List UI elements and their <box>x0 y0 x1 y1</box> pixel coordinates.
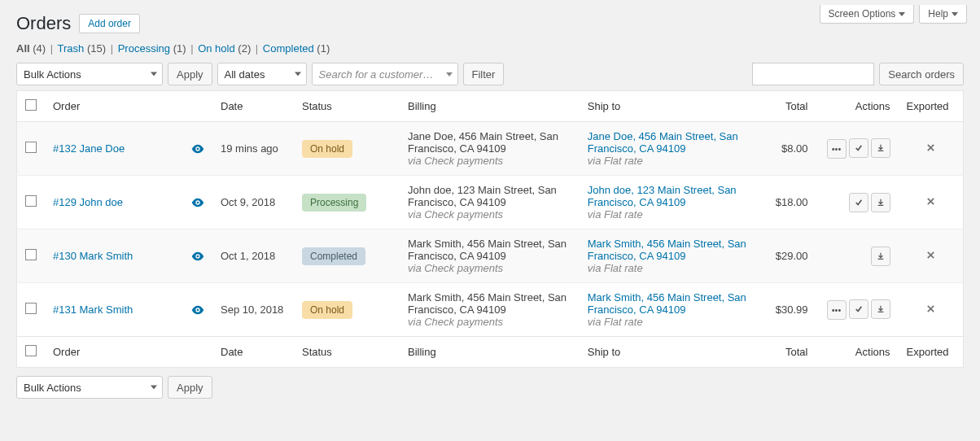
order-total: $30.99 <box>759 283 816 337</box>
row-checkbox[interactable] <box>25 303 37 314</box>
filter-all-label[interactable]: All <box>16 42 30 55</box>
col-shipto-foot: Ship to <box>580 337 759 368</box>
status-badge: Processing <box>302 194 366 212</box>
col-exported-foot: Exported <box>899 337 964 368</box>
order-link[interactable]: #130 Mark Smith <box>53 250 133 262</box>
col-order[interactable]: Order <box>45 91 212 122</box>
download-button[interactable] <box>871 138 890 158</box>
bulk-actions-label-bottom: Bulk Actions <box>24 382 81 394</box>
svg-point-1 <box>197 201 199 203</box>
not-exported-icon <box>926 303 935 316</box>
help-label: Help <box>928 8 948 20</box>
date-filter-label: All dates <box>225 68 265 81</box>
bulk-actions-label: Bulk Actions <box>24 68 81 81</box>
not-exported-icon <box>926 142 935 155</box>
col-order-foot[interactable]: Order <box>45 337 212 368</box>
shipto-cell: Mark Smith, 456 Main Street, San Francis… <box>580 283 759 337</box>
order-link[interactable]: #129 John doe <box>53 196 123 208</box>
shipto-link[interactable]: Jane Doe, 456 Main Street, San Francisco… <box>588 130 738 155</box>
order-date: Oct 1, 2018 <box>212 229 294 283</box>
more-actions-button[interactable]: ••• <box>827 300 847 320</box>
shipto-link[interactable]: Mark Smith, 456 Main Street, San Francis… <box>588 291 746 316</box>
bulk-actions-select[interactable]: Bulk Actions <box>16 63 163 85</box>
eye-icon[interactable] <box>191 144 204 154</box>
col-total-foot[interactable]: Total <box>759 337 816 368</box>
not-exported-icon <box>926 250 935 262</box>
shipto-cell: Mark Smith, 456 Main Street, San Francis… <box>580 229 759 283</box>
status-badge: Completed <box>302 247 365 265</box>
eye-icon[interactable] <box>191 305 204 315</box>
eye-icon[interactable] <box>191 251 204 261</box>
col-status-foot: Status <box>294 337 400 368</box>
caret-down-icon <box>952 12 958 16</box>
status-badge: On hold <box>302 140 352 158</box>
order-link[interactable]: #131 Mark Smith <box>53 303 133 316</box>
screen-options-button[interactable]: Screen Options <box>820 5 915 24</box>
apply-button-bottom[interactable]: Apply <box>168 376 212 399</box>
billing-cell: Mark Smith, 456 Main Street, San Francis… <box>400 283 580 337</box>
filter-onhold[interactable]: On hold <box>198 42 235 55</box>
caret-down-icon <box>446 72 453 76</box>
search-orders-button[interactable]: Search orders <box>879 63 964 85</box>
orders-search-input[interactable] <box>752 63 874 85</box>
download-button[interactable] <box>871 193 890 212</box>
customer-search-select[interactable]: Search for a customer… <box>312 63 458 85</box>
col-status: Status <box>294 91 400 122</box>
filter-completed[interactable]: Completed <box>263 42 314 55</box>
shipto-link[interactable]: Mark Smith, 456 Main Street, San Francis… <box>588 238 746 262</box>
col-billing-foot: Billing <box>400 337 580 368</box>
col-actions-foot: Actions <box>816 337 899 368</box>
col-exported: Exported <box>899 91 964 122</box>
caret-down-icon <box>151 386 157 390</box>
col-total[interactable]: Total <box>759 91 816 122</box>
date-filter-select[interactable]: All dates <box>217 63 307 85</box>
more-actions-button[interactable]: ••• <box>827 139 847 159</box>
complete-order-button[interactable] <box>849 138 868 158</box>
shipto-link[interactable]: John doe, 123 Main Street, San Francisco… <box>588 184 737 208</box>
col-actions: Actions <box>816 91 899 122</box>
not-exported-icon <box>926 196 935 208</box>
filter-all-count: (4) <box>33 42 46 55</box>
eye-icon[interactable] <box>191 198 204 207</box>
order-total: $18.00 <box>759 176 816 229</box>
orders-table: Order Date Status Billing Ship to Total … <box>16 90 964 368</box>
col-date-foot[interactable]: Date <box>212 337 294 368</box>
help-button[interactable]: Help <box>919 5 967 24</box>
filter-button[interactable]: Filter <box>463 63 505 85</box>
row-checkbox[interactable] <box>25 142 37 153</box>
add-order-button[interactable]: Add order <box>79 14 140 33</box>
bulk-actions-select-bottom[interactable]: Bulk Actions <box>16 376 163 399</box>
billing-cell: John doe, 123 Main Street, San Francisco… <box>400 176 580 229</box>
table-row: #132 Jane Doe19 mins agoOn holdJane Doe,… <box>17 122 964 176</box>
order-link[interactable]: #132 Jane Doe <box>53 142 125 155</box>
billing-cell: Jane Doe, 456 Main Street, San Francisco… <box>400 122 580 176</box>
apply-button-top[interactable]: Apply <box>168 63 212 85</box>
status-filters: All (4) | Trash (15) | Processing (1) | … <box>16 42 964 55</box>
order-date: Sep 10, 2018 <box>212 283 294 337</box>
select-all-checkbox-foot[interactable] <box>25 345 37 356</box>
col-date[interactable]: Date <box>212 91 294 122</box>
billing-cell: Mark Smith, 456 Main Street, San Francis… <box>400 229 580 283</box>
row-checkbox[interactable] <box>25 195 37 207</box>
filter-processing[interactable]: Processing <box>118 42 170 55</box>
shipto-cell: Jane Doe, 456 Main Street, San Francisco… <box>580 122 759 176</box>
select-all-checkbox[interactable] <box>25 99 37 111</box>
shipto-cell: John doe, 123 Main Street, San Francisco… <box>580 176 759 229</box>
customer-search-placeholder: Search for a customer… <box>319 68 434 81</box>
complete-order-button[interactable] <box>849 299 868 319</box>
complete-order-button[interactable] <box>849 193 868 212</box>
order-date: 19 mins ago <box>212 122 294 176</box>
status-badge: On hold <box>302 301 352 319</box>
screen-options-label: Screen Options <box>829 8 896 20</box>
caret-down-icon <box>295 72 301 76</box>
svg-point-0 <box>197 147 199 150</box>
download-button[interactable] <box>871 247 890 266</box>
order-total: $8.00 <box>759 122 816 176</box>
filter-trash[interactable]: Trash <box>58 42 85 55</box>
col-shipto: Ship to <box>580 91 759 122</box>
svg-point-3 <box>197 308 199 311</box>
download-button[interactable] <box>871 299 890 319</box>
table-row: #130 Mark SmithOct 1, 2018CompletedMark … <box>17 229 964 283</box>
row-checkbox[interactable] <box>25 249 37 260</box>
table-row: #129 John doeOct 9, 2018ProcessingJohn d… <box>17 176 964 229</box>
